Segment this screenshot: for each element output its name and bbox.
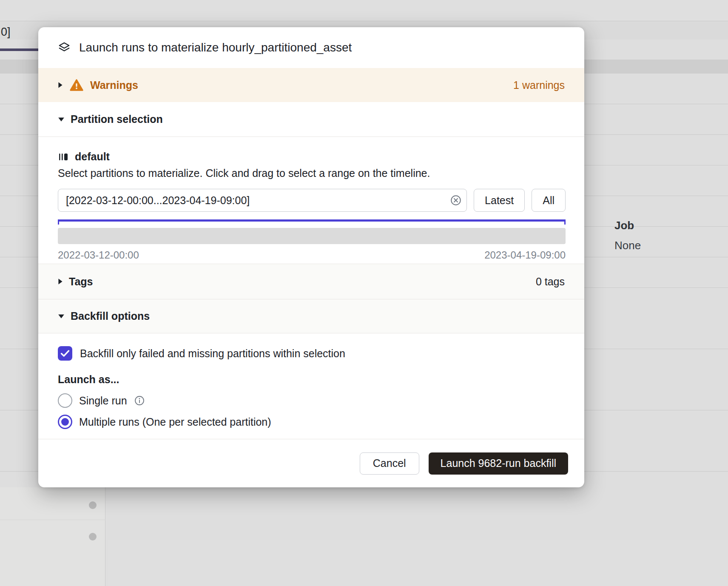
clear-selection-icon[interactable]	[450, 194, 462, 206]
launch-backfill-button[interactable]: Launch 9682-run backfill	[429, 452, 568, 475]
multiple-runs-label: Multiple runs (One per selected partitio…	[79, 416, 271, 428]
backfill-options-label: Backfill options	[71, 310, 150, 322]
partition-dimension-name: default	[75, 151, 110, 163]
backfill-options-body: Backfill only failed and missing partiti…	[38, 333, 584, 439]
caret-right-icon	[58, 278, 63, 285]
tags-label: Tags	[69, 276, 93, 288]
all-button[interactable]: All	[532, 189, 566, 212]
partition-selection-body: default Select partitions to materialize…	[38, 137, 584, 264]
warnings-count-badge: 1 warnings	[513, 79, 565, 91]
caret-down-icon	[58, 314, 65, 319]
radio-selected-icon[interactable]	[58, 415, 72, 429]
warnings-label: Warnings	[90, 79, 138, 91]
multiple-runs-option[interactable]: Multiple runs (One per selected partitio…	[58, 415, 565, 429]
dialog-header: Launch runs to materialize hourly_partit…	[38, 27, 584, 68]
cancel-button[interactable]: Cancel	[360, 452, 419, 475]
timeline-selection-highlight	[58, 219, 566, 225]
dialog-footer: Cancel Launch 9682-run backfill	[38, 439, 584, 487]
launch-backfill-dialog: Launch runs to materialize hourly_partit…	[38, 27, 584, 487]
single-run-option[interactable]: Single run	[58, 393, 565, 408]
partition-help-text: Select partitions to materialize. Click …	[58, 167, 566, 179]
checkbox-checked-icon[interactable]	[58, 346, 72, 361]
timeline-labels: 2022-03-12-00:00 2023-04-19-09:00	[58, 249, 566, 261]
caret-down-icon	[58, 117, 65, 122]
partition-input-row: Latest All	[58, 189, 566, 212]
latest-button[interactable]: Latest	[474, 189, 525, 212]
partition-selection-label: Partition selection	[71, 113, 163, 125]
caret-right-icon	[58, 82, 63, 88]
partition-bars-icon	[58, 151, 69, 162]
partition-dimension: default	[58, 151, 566, 163]
warning-triangle-icon	[70, 79, 83, 91]
timeline-track[interactable]	[58, 228, 566, 244]
tags-section-toggle[interactable]: Tags 0 tags	[38, 264, 584, 299]
backfill-options-toggle[interactable]: Backfill options	[38, 299, 584, 333]
radio-unselected-icon[interactable]	[58, 393, 72, 408]
single-run-label: Single run	[79, 395, 127, 407]
tags-count-badge: 0 tags	[536, 276, 565, 288]
info-icon[interactable]	[134, 395, 145, 406]
partition-selection-toggle[interactable]: Partition selection	[38, 102, 584, 137]
backfill-failed-missing-option[interactable]: Backfill only failed and missing partiti…	[58, 346, 565, 361]
partition-timeline: 2022-03-12-00:00 2023-04-19-09:00	[58, 219, 566, 261]
timeline-end-label: 2023-04-19-09:00	[484, 249, 566, 261]
warnings-section-toggle[interactable]: Warnings 1 warnings	[38, 68, 584, 102]
backfill-failed-missing-label: Backfill only failed and missing partiti…	[80, 347, 345, 360]
partition-range-input[interactable]	[58, 189, 467, 212]
launch-as-label: Launch as...	[58, 373, 565, 386]
timeline-start-label: 2022-03-12-00:00	[58, 249, 139, 261]
layers-icon	[58, 41, 71, 54]
partition-range-field	[58, 189, 467, 212]
dialog-title: Launch runs to materialize hourly_partit…	[79, 41, 352, 54]
